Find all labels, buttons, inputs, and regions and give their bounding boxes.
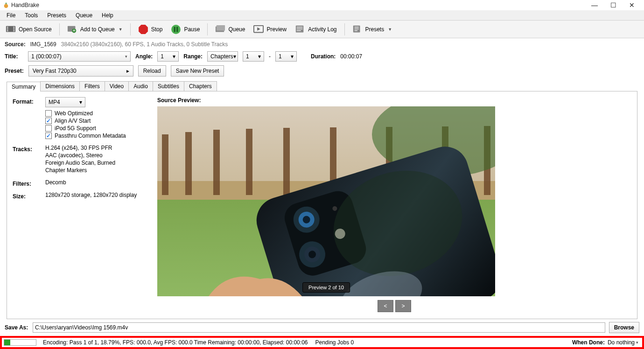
align-av-checkbox[interactable]: Align A/V Start [45, 118, 148, 124]
when-done-select[interactable]: Do nothing ▾ [608, 339, 638, 346]
maximize-button[interactable]: ☐ [604, 1, 623, 9]
ipod-checkbox[interactable]: iPod 5G Support [45, 125, 148, 132]
open-source-button[interactable]: Open Source [3, 23, 55, 35]
save-as-input[interactable] [33, 322, 605, 333]
summary-right: Source Preview: [157, 97, 631, 313]
tab-filters[interactable]: Filters [79, 81, 105, 91]
align-av-label: Align A/V Start [55, 118, 91, 124]
track-item: AAC (avcodec), Stereo [45, 152, 148, 159]
menu-file[interactable]: File [2, 11, 20, 20]
checkbox-icon [45, 110, 52, 117]
source-name: IMG_1569 [30, 41, 56, 48]
queue-button[interactable]: Queue [212, 23, 248, 35]
format-select[interactable]: MP4 ▾ [45, 97, 85, 107]
range-separator: - [269, 53, 271, 60]
preview-next-button[interactable]: > [395, 300, 411, 312]
format-label: Format: [13, 97, 45, 105]
preset-value: Very Fast 720p30 [33, 68, 77, 74]
save-as-row: Save As: Browse [0, 319, 644, 336]
range-from-value: 1 [246, 53, 249, 60]
tab-bar: Summary Dimensions Filters Video Audio S… [7, 81, 637, 91]
menu-presets[interactable]: Presets [42, 11, 71, 20]
close-button[interactable]: ✕ [623, 1, 641, 9]
tab-subtitles[interactable]: Subtitles [153, 81, 184, 91]
minimize-button[interactable]: — [585, 1, 604, 9]
filters-value: Decomb [45, 179, 148, 186]
preview-counter: Preview 2 of 10 [302, 282, 350, 293]
range-type-value: Chapters [210, 53, 233, 60]
presets-icon [352, 25, 363, 34]
tab-chapters[interactable]: Chapters [184, 81, 217, 91]
save-as-label: Save As: [5, 324, 29, 331]
source-preview-image: Preview 2 of 10 [157, 106, 495, 296]
tab-dimensions[interactable]: Dimensions [40, 81, 80, 91]
preset-row: Preset: Very Fast 720p30 ▸ Reload Save N… [0, 62, 644, 77]
filters-label: Filters: [13, 179, 45, 187]
size-label: Size: [13, 192, 45, 200]
ipod-label: iPod 5G Support [55, 125, 96, 132]
browse-button[interactable]: Browse [609, 322, 639, 333]
preview-nav: < > [157, 300, 631, 312]
title-label: Title: [5, 53, 23, 60]
preview-button[interactable]: Preview [251, 23, 289, 35]
range-to-select[interactable]: 1 ▾ [275, 51, 297, 62]
summary-panel: Format: MP4 ▾ Web Optimized Align A/V St… [7, 91, 637, 319]
svg-rect-26 [354, 30, 357, 31]
reload-button[interactable]: Reload [138, 65, 166, 77]
add-to-queue-button[interactable]: + Add to Queue ▼ [64, 23, 126, 35]
save-new-preset-button[interactable]: Save New Preset [171, 65, 224, 77]
status-bar: Encoding: Pass 1 of 1, 18.79%, FPS: 000.… [0, 336, 644, 349]
stop-icon [138, 25, 148, 34]
angle-select[interactable]: 1 ▾ [157, 51, 179, 62]
menu-queue[interactable]: Queue [71, 11, 97, 20]
chevron-down-icon: ▾ [258, 53, 261, 60]
preview-label: Preview [266, 26, 287, 33]
tab-audio[interactable]: Audio [128, 81, 153, 91]
presets-button[interactable]: Presets ▼ [350, 23, 395, 35]
dropdown-icon: ▼ [388, 27, 392, 32]
chevron-down-icon: ▾ [636, 340, 638, 345]
separator [344, 23, 345, 35]
angle-value: 1 [161, 53, 164, 60]
queue-icon [215, 25, 225, 34]
web-optimized-checkbox[interactable]: Web Optimized [45, 110, 148, 117]
pause-button[interactable]: Pause [168, 23, 203, 35]
tab-video[interactable]: Video [105, 81, 129, 91]
svg-rect-6 [13, 29, 14, 30]
range-label: Range: [183, 53, 203, 60]
range-type-select[interactable]: Chapters ▾ [207, 51, 238, 62]
source-label: Source: [5, 41, 26, 48]
menu-tools[interactable]: Tools [20, 11, 42, 20]
stop-button[interactable]: Stop [135, 23, 166, 35]
preview-icon [253, 25, 264, 34]
svg-point-0 [4, 4, 8, 8]
checkbox-icon [45, 133, 52, 139]
title-value: 1 (00:00:07) [31, 53, 62, 60]
queue-label: Queue [228, 26, 245, 33]
passthru-meta-checkbox[interactable]: Passthru Common Metadata [45, 133, 148, 139]
svg-rect-3 [7, 29, 8, 30]
range-to-value: 1 [279, 53, 282, 60]
preset-select[interactable]: Very Fast 720p30 ▸ [28, 65, 133, 77]
when-done-value: Do nothing [608, 339, 635, 346]
log-icon [295, 25, 305, 34]
svg-rect-2 [7, 27, 8, 28]
dropdown-icon: ▼ [119, 27, 123, 32]
progress-fill [4, 340, 10, 345]
window-title: HandBrake [11, 2, 39, 8]
toolbar: Open Source + Add to Queue ▼ Stop Pause … [0, 21, 644, 38]
tab-summary[interactable]: Summary [7, 82, 41, 91]
chevron-down-icon: ▾ [125, 54, 127, 59]
pending-jobs: Pending Jobs 0 [315, 339, 354, 346]
svg-rect-32 [213, 130, 220, 195]
track-item: H.264 (x264), 30 FPS PFR [45, 145, 148, 151]
separator [207, 23, 208, 35]
title-select[interactable]: 1 (00:00:07) ▾ [28, 51, 131, 62]
svg-rect-30 [162, 134, 168, 195]
range-from-select[interactable]: 1 ▾ [243, 51, 264, 62]
menu-help[interactable]: Help [97, 11, 118, 20]
preview-prev-button[interactable]: < [378, 300, 393, 312]
activity-log-button[interactable]: Activity Log [292, 23, 339, 35]
activity-log-label: Activity Log [308, 26, 336, 33]
tracks-label: Tracks: [13, 145, 45, 153]
